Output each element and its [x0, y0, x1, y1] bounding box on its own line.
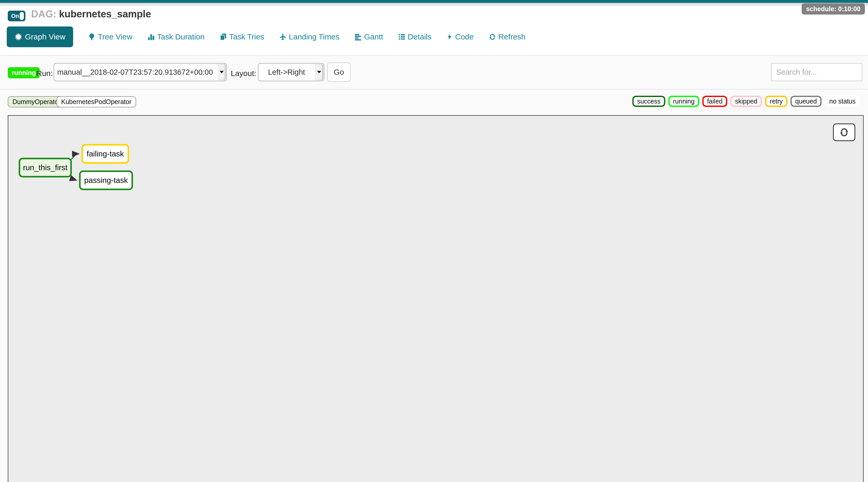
dag-on-off-toggle[interactable]: On: [8, 11, 25, 21]
dag-name: kubernetes_sample: [59, 8, 151, 20]
tab-task-tries[interactable]: Task Tries: [220, 32, 264, 41]
task-node-passing-task[interactable]: passing-task: [79, 171, 133, 190]
refresh-icon: [839, 127, 849, 137]
run-select[interactable]: manual__2018-02-07T23:57:20.913672+00:00: [54, 63, 227, 81]
copy-icon: [220, 33, 227, 41]
schedule-badge: schedule: 0:10:00: [802, 3, 865, 14]
tab-label: Refresh: [498, 32, 526, 41]
divider: [0, 89, 868, 90]
layout-label: Layout:: [231, 69, 256, 78]
toggle-handle-icon: [20, 12, 24, 20]
chevron-down-icon: [317, 71, 321, 73]
status-pill-failed: failed: [702, 96, 727, 107]
status-pill-skipped: skipped: [730, 96, 762, 107]
bolt-icon: [446, 33, 453, 41]
dag-graph-canvas[interactable]: run_this_first failing-task passing-task: [8, 115, 864, 482]
task-node-run_this_first[interactable]: run_this_first: [19, 158, 72, 177]
run-select-value: manual__2018-02-07T23:57:20.913672+00:00: [57, 68, 213, 77]
list-icon: [398, 33, 405, 41]
search-input[interactable]: [771, 63, 862, 81]
edge-run_this_first-passing-task: [71, 175, 76, 180]
dag-prefix: DAG:: [31, 8, 56, 20]
tab-details[interactable]: Details: [398, 32, 432, 41]
tab-refresh[interactable]: Refresh: [489, 32, 526, 41]
toggle-on-label: On: [8, 13, 19, 20]
tree-icon: [88, 33, 95, 41]
page-title: DAG: kubernetes_sample: [31, 8, 151, 20]
operator-legend-kubernetespodoperator: KubernetesPodOperator: [57, 96, 136, 108]
gantt-bars-icon: [354, 33, 362, 41]
refresh-icon: [489, 33, 496, 41]
tab-label: Task Duration: [157, 32, 205, 41]
tab-graph-view[interactable]: Graph View: [7, 27, 73, 47]
status-pill-running: running: [669, 96, 699, 107]
tab-label: Code: [455, 32, 474, 41]
tab-label: Task Tries: [229, 32, 264, 41]
tab-tree-view[interactable]: Tree View: [88, 32, 132, 41]
top-bar-shadow: [0, 3, 868, 7]
tab-label: Gantt: [364, 32, 383, 41]
status-pill-retry: retry: [765, 96, 787, 107]
plane-icon: [279, 33, 286, 41]
go-button[interactable]: Go: [327, 62, 350, 82]
graph-refresh-button[interactable]: [833, 123, 855, 141]
view-tabs: Graph View Tree View Task Duration Task …: [7, 27, 526, 47]
status-pill-success: success: [632, 96, 665, 107]
tab-label: Graph View: [25, 32, 65, 41]
tab-label: Details: [408, 32, 432, 41]
divider: [0, 55, 868, 56]
status-pill-no-status: no status: [825, 96, 860, 107]
tab-code[interactable]: Code: [446, 32, 474, 41]
edge-run_this_first-failing-task: [71, 154, 78, 160]
bar-chart-icon: [148, 33, 155, 41]
sunburst-icon: [14, 33, 22, 41]
layout-select[interactable]: Left->Right: [258, 63, 324, 81]
select-arrow: [315, 64, 323, 80]
tab-landing-times[interactable]: Landing Times: [279, 32, 339, 41]
chevron-down-icon: [220, 71, 224, 73]
tab-task-duration[interactable]: Task Duration: [148, 32, 205, 41]
top-teal-bar: [0, 0, 868, 3]
status-pill-queued: queued: [790, 96, 822, 107]
dag-run-status-badge: running: [8, 67, 40, 78]
tab-label: Landing Times: [289, 32, 339, 41]
status-legend: success running failed skipped retry que…: [632, 96, 860, 107]
tab-gantt[interactable]: Gantt: [354, 32, 383, 41]
select-arrow: [218, 64, 226, 80]
tab-label: Tree View: [98, 32, 132, 41]
run-label: Run:: [36, 69, 53, 78]
task-node-failing-task[interactable]: failing-task: [82, 144, 129, 164]
layout-select-value: Left->Right: [268, 68, 305, 77]
